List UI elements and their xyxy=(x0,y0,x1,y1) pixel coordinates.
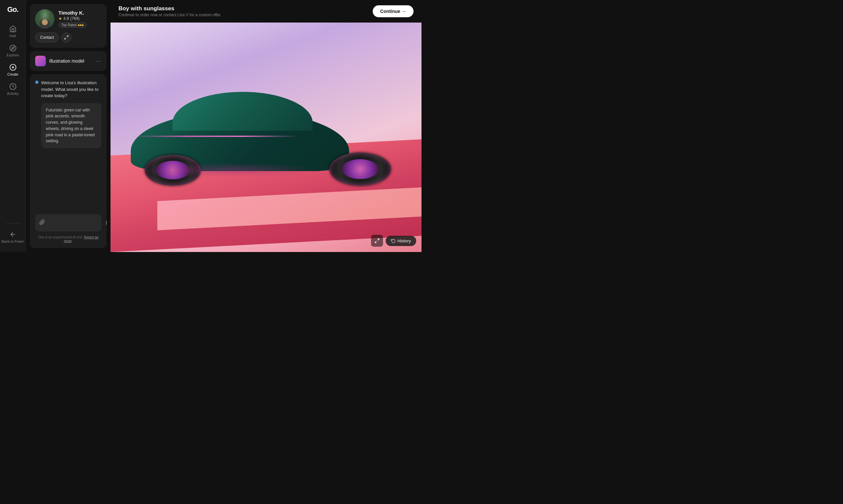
avatar-image xyxy=(35,9,54,29)
sidebar-hub-label: Hub xyxy=(9,34,16,38)
sidebar-bottom: Back to Fiverr xyxy=(0,220,25,247)
badge-text: Top Rated xyxy=(62,23,77,27)
model-name: Illustration model xyxy=(49,58,92,64)
arrow-left-icon xyxy=(9,231,17,238)
ai-indicator-dot xyxy=(35,80,38,84)
sidebar-item-back[interactable]: Back to Fiverr xyxy=(0,228,25,247)
profile-header: Timothy K. ★ 4.9 (769) Top Rated ◆◆◆ xyxy=(35,9,101,29)
send-button[interactable] xyxy=(106,217,106,228)
history-button[interactable]: History xyxy=(386,236,416,246)
header-bar: Boy with sunglasses Continue to order no… xyxy=(110,0,422,22)
sidebar-activity-label: Activity xyxy=(7,91,19,95)
sidebar-item-explore[interactable]: Explore xyxy=(0,41,25,60)
image-controls: History xyxy=(371,235,416,247)
expand-icon xyxy=(64,35,69,40)
profile-rating: ★ 4.9 (769) xyxy=(58,16,101,21)
expand-button[interactable] xyxy=(62,33,71,42)
profile-name: Timothy K. xyxy=(58,10,101,16)
rating-count: (769) xyxy=(70,16,80,21)
sidebar-item-hub[interactable]: Hub xyxy=(0,22,25,41)
sidebar: Go. Hub Explore Create Activity xyxy=(0,0,26,252)
car-top xyxy=(173,92,313,130)
ai-message-text: Welcome to Lisa's illustration model. Wh… xyxy=(41,79,101,99)
sidebar-explore-label: Explore xyxy=(7,53,19,57)
car-accent-stripe xyxy=(131,136,299,137)
header-title: Boy with sunglasses xyxy=(119,5,221,12)
main-area: Timothy K. ★ 4.9 (769) Top Rated ◆◆◆ Con… xyxy=(26,0,422,252)
profile-card: Timothy K. ★ 4.9 (769) Top Rated ◆◆◆ Con… xyxy=(30,4,106,48)
sidebar-create-label: Create xyxy=(7,72,18,76)
app-logo: Go. xyxy=(7,5,19,14)
home-icon xyxy=(9,25,17,33)
send-icon xyxy=(106,220,106,225)
header-title-block: Boy with sunglasses Continue to order no… xyxy=(119,5,221,17)
chat-input-area xyxy=(35,214,101,231)
history-icon xyxy=(391,238,396,243)
header-subtitle: Continue to order now or contact Lisa V … xyxy=(119,13,221,17)
profile-info: Timothy K. ★ 4.9 (769) Top Rated ◆◆◆ xyxy=(58,10,101,28)
user-message-bubble: Futuristic green car with pink accents, … xyxy=(41,103,101,148)
model-card: Illustration model ··· xyxy=(30,51,106,71)
svg-line-8 xyxy=(65,38,66,39)
svg-line-11 xyxy=(375,241,377,243)
top-rated-badge: Top Rated ◆◆◆ xyxy=(58,22,87,28)
model-icon xyxy=(35,56,46,66)
sidebar-divider xyxy=(6,223,20,223)
svg-line-7 xyxy=(67,36,68,37)
sidebar-item-activity[interactable]: Activity xyxy=(0,79,25,99)
svg-line-10 xyxy=(377,239,379,240)
star-icon: ★ xyxy=(58,16,62,21)
fullscreen-button[interactable] xyxy=(371,235,383,247)
history-label: History xyxy=(398,238,411,244)
ai-message: Welcome to Lisa's illustration model. Wh… xyxy=(35,79,101,99)
car-silhouette xyxy=(117,77,397,188)
badge-dots: ◆◆◆ xyxy=(78,23,84,26)
right-panel: Boy with sunglasses Continue to order no… xyxy=(110,0,422,252)
rating-value: 4.9 xyxy=(63,16,69,21)
fullscreen-icon xyxy=(374,238,380,244)
clock-icon xyxy=(9,83,17,90)
chat-input[interactable] xyxy=(48,220,104,226)
wheel-right xyxy=(330,152,391,186)
sidebar-item-create[interactable]: Create xyxy=(0,60,25,79)
sidebar-back-label: Back to Fiverr xyxy=(2,239,24,244)
car-reflection xyxy=(139,163,321,177)
avatar xyxy=(35,9,54,29)
contact-button[interactable]: Contact xyxy=(35,33,59,42)
disclaimer: This is an experimental AI tool. Report … xyxy=(35,235,101,243)
create-icon xyxy=(9,64,17,71)
profile-actions: Contact xyxy=(35,33,101,42)
svg-point-0 xyxy=(10,45,16,51)
attach-button[interactable] xyxy=(39,219,45,227)
chat-spacer xyxy=(35,152,101,210)
image-container: History xyxy=(110,22,422,252)
car-image xyxy=(110,22,422,252)
continue-button[interactable]: Continue → xyxy=(373,5,414,17)
model-more-button[interactable]: ··· xyxy=(95,58,101,65)
chat-card: Welcome to Lisa's illustration model. Wh… xyxy=(30,74,106,248)
paperclip-icon xyxy=(39,219,45,225)
svg-marker-1 xyxy=(12,47,14,49)
compass-icon xyxy=(9,44,17,52)
left-panel: Timothy K. ★ 4.9 (769) Top Rated ◆◆◆ Con… xyxy=(26,0,110,252)
